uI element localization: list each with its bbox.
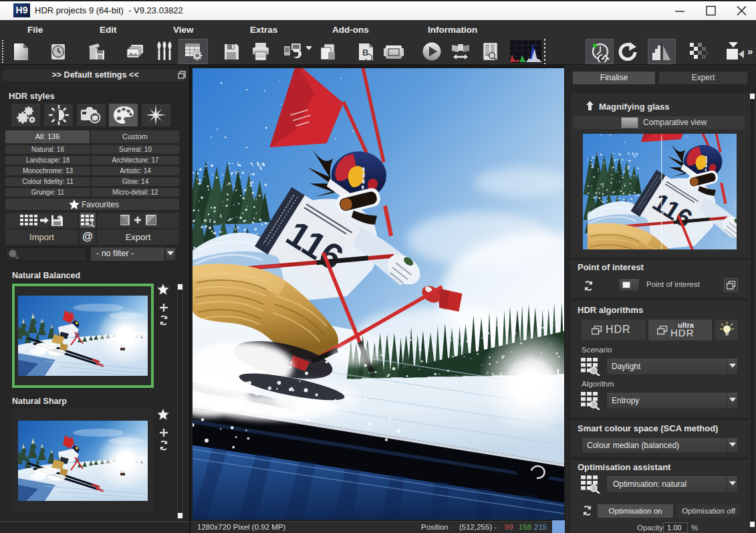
- svg-text:B: B: [362, 47, 368, 58]
